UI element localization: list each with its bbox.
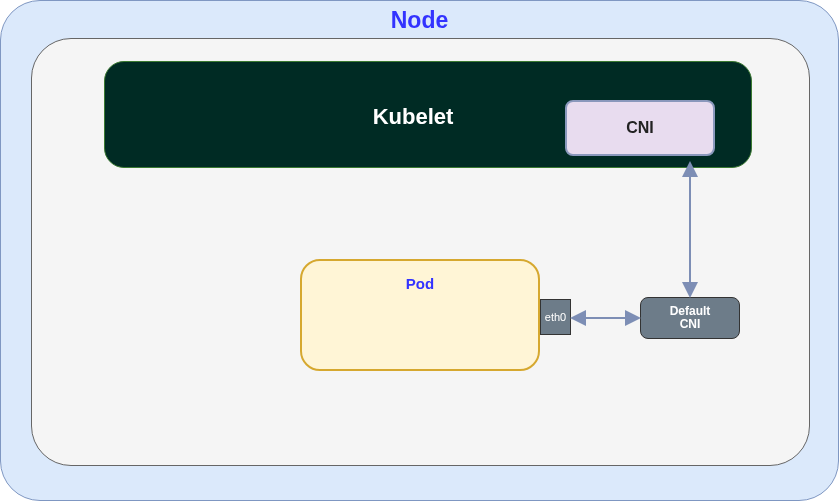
eth0-label: eth0 xyxy=(545,311,566,323)
pod-box: Pod xyxy=(300,259,540,371)
default-cni-line2: CNI xyxy=(680,318,701,331)
default-cni-box: Default CNI xyxy=(640,297,740,339)
cni-plugin-label: CNI xyxy=(626,119,654,137)
eth0-interface-box: eth0 xyxy=(540,299,571,335)
kubelet-box: Kubelet CNI xyxy=(104,61,752,168)
pod-title: Pod xyxy=(302,261,538,292)
inner-container: Kubelet CNI Pod eth0 Default CNI xyxy=(31,38,810,466)
node-title: Node xyxy=(1,1,838,34)
node-container: Node Kubelet CNI Pod eth0 Default CNI xyxy=(0,0,839,501)
cni-plugin-box: CNI xyxy=(565,100,715,156)
